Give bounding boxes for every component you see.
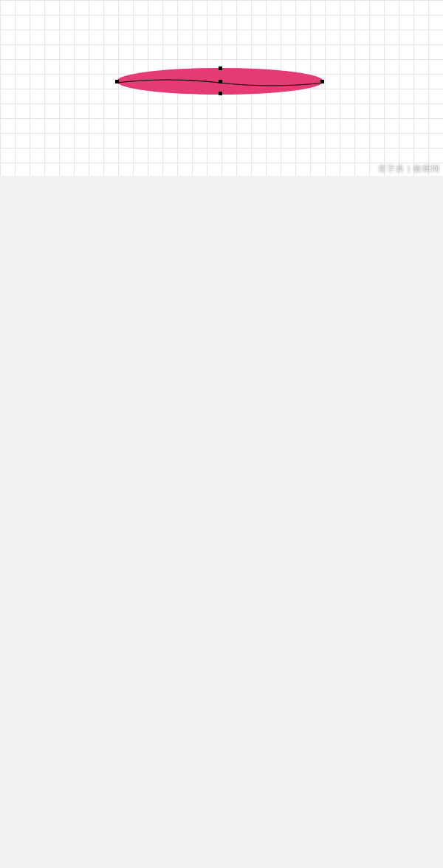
anchor-center[interactable] <box>219 80 222 83</box>
anchor-left[interactable] <box>115 80 119 83</box>
anchor-bottom[interactable] <box>219 92 222 95</box>
document-canvas[interactable] <box>0 0 443 176</box>
watermark: 查字典 | 教程网 <box>378 163 440 174</box>
anchor-right[interactable] <box>320 80 324 83</box>
anchor-top[interactable] <box>219 66 222 70</box>
